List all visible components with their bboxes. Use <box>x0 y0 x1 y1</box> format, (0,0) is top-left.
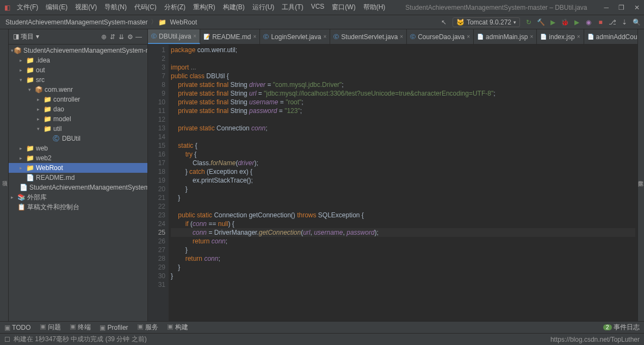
event-log[interactable]: 2 事件日志 <box>603 323 640 332</box>
close-tab-icon[interactable]: × <box>253 34 257 40</box>
menu-item[interactable]: 构建(B) <box>220 2 248 13</box>
menu-item[interactable]: 导航(N) <box>101 2 130 13</box>
tree-node[interactable]: ▾📦StudentAchievementManagementSystem-mas… <box>9 46 147 55</box>
editor-tab[interactable]: ⒸLoginServlet.java× <box>260 29 330 44</box>
bottom-tab[interactable]: ▣ TODO <box>4 324 31 331</box>
coverage-icon[interactable]: ▶ <box>572 18 581 27</box>
node-label: 草稿文件和控制台 <box>27 203 79 212</box>
breadcrumb-folder[interactable]: WebRoot <box>168 17 199 27</box>
tree-node[interactable]: ▸📁controller <box>9 95 147 104</box>
bottom-tab[interactable]: ▣ 问题 <box>40 323 61 332</box>
menu-item[interactable]: 帮助(H) <box>360 2 389 13</box>
menu-item[interactable]: 工具(T) <box>278 2 306 13</box>
search-icon[interactable]: 🔍 <box>632 18 641 27</box>
collapse-icon[interactable]: ⇊ <box>117 33 126 41</box>
node-label: controller <box>53 96 80 103</box>
node-label: README.md <box>36 174 75 181</box>
tomcat-icon: 🐱 <box>456 18 465 26</box>
menu-item[interactable]: 运行(U) <box>249 2 278 13</box>
code-editor[interactable]: 1237891011121314151617181920212223242526… <box>148 45 637 321</box>
menu-item[interactable]: 窗口(W) <box>329 2 358 13</box>
tree-node[interactable]: ▸📁web2 <box>9 153 147 163</box>
menu-item[interactable]: 代码(C) <box>131 2 160 13</box>
breadcrumb-project[interactable]: StudentAchievementManagementSystem-maste… <box>3 17 150 27</box>
sync-icon[interactable]: ↻ <box>524 18 533 27</box>
profile-icon[interactable]: ◉ <box>584 18 593 27</box>
menu-item[interactable]: VCS <box>308 2 328 13</box>
tab-label: adminMain.jsp <box>486 33 528 41</box>
editor-tab[interactable]: 📄adminAddCourse.jsp× <box>584 29 637 44</box>
tree-node[interactable]: 📄StudentAchievementManagementSystem-mas <box>9 183 147 192</box>
bottom-tab[interactable]: ▣ 构建 <box>167 323 188 332</box>
tree-node[interactable]: ▸📁dao <box>9 104 147 114</box>
tree-node[interactable]: 📋草稿文件和控制台 <box>9 202 147 212</box>
tree-node[interactable]: ⒸDBUtil <box>9 134 147 143</box>
menu-item[interactable]: 重构(R) <box>190 2 219 13</box>
node-icon: 📁 <box>44 125 51 133</box>
file-icon: Ⓒ <box>333 33 339 41</box>
left-tool-strip[interactable]: 项目 <box>0 29 9 321</box>
file-icon: 📄 <box>587 34 594 40</box>
node-icon: 📁 <box>26 145 34 152</box>
code-content[interactable]: package com.wenr.util;import ...public c… <box>169 45 637 321</box>
back-icon[interactable]: ↖ <box>439 18 448 27</box>
tree-node[interactable]: ▸📁out <box>9 65 147 75</box>
node-label: StudentAchievementManagementSystem-mas <box>29 184 147 191</box>
editor-tab[interactable]: 📄adminMain.jsp× <box>474 29 537 44</box>
editor-tab[interactable]: 📝README.md× <box>200 29 260 44</box>
tab-label: CourseDao.java <box>418 33 465 41</box>
build-icon[interactable]: 🔨 <box>536 18 545 27</box>
bottom-tab[interactable]: ▣ 终端 <box>70 323 91 332</box>
stop-icon[interactable]: ■ <box>596 18 605 27</box>
menu-item[interactable]: 编辑(E) <box>42 2 71 13</box>
target-icon[interactable]: ⊕ <box>100 33 108 41</box>
tree-node[interactable]: ▸📁web <box>9 143 147 153</box>
minimize-icon[interactable]: ─ <box>604 4 609 11</box>
tree-node[interactable]: ▸📁WebRoot <box>9 163 147 173</box>
chevron-icon: ▸ <box>20 155 26 161</box>
update-icon[interactable]: ⇣ <box>620 18 629 27</box>
bottom-tab[interactable]: ▣ Profiler <box>100 324 128 331</box>
node-icon: 📦 <box>14 47 21 54</box>
close-tab-icon[interactable]: × <box>323 34 326 40</box>
tree-node[interactable]: ▸📁model <box>9 114 147 124</box>
maximize-icon[interactable]: ❐ <box>618 4 624 11</box>
node-icon: 📚 <box>17 193 25 201</box>
menu-item[interactable]: 视图(V) <box>72 2 100 13</box>
debug-icon[interactable]: 🐞 <box>560 18 569 27</box>
tree-node[interactable]: ▸📚外部库 <box>9 192 147 202</box>
right-tool-strip[interactable]: 数据库 <box>637 29 644 321</box>
tree-node[interactable]: ▾📦com.wenr <box>9 85 147 95</box>
close-tab-icon[interactable]: × <box>193 33 196 39</box>
tab-label: LoginServlet.java <box>271 33 321 41</box>
editor-tab[interactable]: ⒸStudentServlet.java× <box>330 29 407 44</box>
node-label: web <box>36 145 48 152</box>
editor-tabs: ⒸDBUtil.java×📝README.md×ⒸLoginServlet.ja… <box>148 29 637 45</box>
tree-node[interactable]: ▾📁src <box>9 75 147 85</box>
tab-label: DBUtil.java <box>159 33 191 40</box>
breadcrumb-sep: 〉 <box>151 17 157 27</box>
bottom-tab[interactable]: ▣ 服务 <box>137 323 158 332</box>
gear-icon[interactable]: ⚙ <box>126 33 134 41</box>
hide-icon[interactable]: — <box>134 33 143 41</box>
close-icon[interactable]: ✕ <box>634 4 640 11</box>
project-tree[interactable]: ▾📦StudentAchievementManagementSystem-mas… <box>9 45 147 321</box>
run-icon[interactable]: ▶ <box>548 18 557 27</box>
run-config-selector[interactable]: 🐱 Tomcat 9.0.272 ▾ <box>453 17 520 27</box>
close-tab-icon[interactable]: × <box>530 34 533 40</box>
node-label: com.wenr <box>45 86 73 93</box>
tree-node[interactable]: ▸📁.idea <box>9 55 147 65</box>
vcs-icon[interactable]: ⎇ <box>608 18 617 27</box>
tree-node[interactable]: ▾📁util <box>9 124 147 134</box>
editor-tab[interactable]: ⒸDBUtil.java× <box>148 29 200 44</box>
menu-item[interactable]: 分析(Z) <box>161 2 189 13</box>
node-label: WebRoot <box>36 164 63 172</box>
close-tab-icon[interactable]: × <box>400 34 403 40</box>
close-tab-icon[interactable]: × <box>577 34 580 40</box>
editor-tab[interactable]: ⒸCourseDao.java× <box>407 29 474 44</box>
expand-icon[interactable]: ⇵ <box>108 33 117 41</box>
close-tab-icon[interactable]: × <box>467 34 470 40</box>
tree-node[interactable]: 📄README.md <box>9 173 147 183</box>
menu-item[interactable]: 文件(F) <box>14 2 41 13</box>
editor-tab[interactable]: 📄index.jsp× <box>537 29 584 44</box>
